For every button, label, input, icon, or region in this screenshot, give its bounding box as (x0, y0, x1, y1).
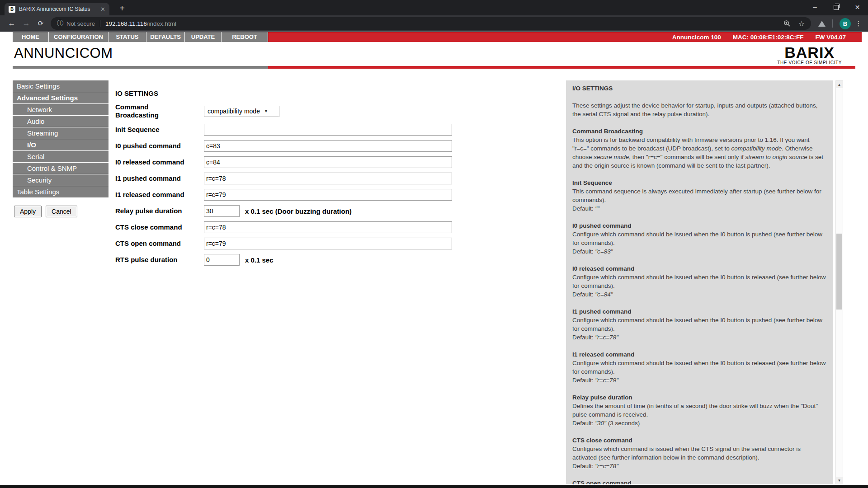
header-divider-gray (13, 66, 268, 69)
apply-button[interactable]: Apply (14, 206, 42, 217)
help-body: Configure which command should be issued… (572, 273, 826, 299)
form-row: I1 released command (115, 189, 472, 201)
sidebar-item-control-snmp[interactable]: Control & SNMP (13, 163, 108, 174)
sidebar-item-streaming[interactable]: Streaming (13, 127, 108, 139)
help-section: I0 pushed commandConfigure which command… (572, 221, 826, 256)
nav-item-configuration[interactable]: CONFIGURATION (49, 32, 108, 42)
relay-pulse-duration-unit-label: x 0.1 sec (Door buzzing duration) (245, 207, 352, 215)
init-sequence-input[interactable] (204, 124, 452, 136)
browser-tab[interactable]: B BARIX Annuncicom IC Status ✕ (5, 3, 109, 15)
barix-logo: BARIX THE VOICE OF SIMPLICITY (777, 45, 842, 65)
help-body: Configures which command is issued when … (572, 445, 826, 470)
rts-pulse-duration-input[interactable] (204, 254, 240, 266)
sidebar-item-security[interactable]: Security (13, 174, 108, 186)
help-body: This command sequence is always executed… (572, 187, 826, 213)
i0-released-command-label: I0 released command (115, 158, 204, 166)
form-row: I0 pushed command (115, 140, 472, 152)
address-bar[interactable]: ⓘ Not secure 192.168.11.116 /index.html … (51, 17, 811, 30)
tab-strip: B BARIX Annuncicom IC Status ✕ + ─ ✕ (0, 0, 868, 15)
form-row: Init Sequence (115, 124, 472, 136)
cts-close-command-input[interactable] (204, 221, 452, 233)
form-row: I0 released command (115, 156, 472, 168)
nav-item-home[interactable]: HOME (13, 32, 49, 42)
cancel-button[interactable]: Cancel (46, 206, 77, 217)
help-heading-relay-pulse-duration: Relay pulse duration (572, 393, 826, 402)
nav-item-reboot[interactable]: REBOOT (222, 32, 268, 42)
url-host: 192.168.11.116 (105, 20, 147, 27)
close-button[interactable]: ✕ (847, 0, 868, 14)
nav-item-defaults[interactable]: DEFAULTS (146, 32, 185, 42)
help-section: CTS open command (572, 479, 826, 484)
page-title: ANNUNCICOM (14, 45, 113, 61)
help-heading-i0-pushed-command: I0 pushed command (572, 221, 826, 230)
form-row: Relay pulse durationx 0.1 sec (Door buzz… (115, 205, 472, 217)
nav-left-spacer (0, 32, 13, 42)
help-body: These settings adjust the device behavio… (572, 101, 826, 118)
help-panel: I/O SETTINGSThese settings adjust the de… (566, 80, 833, 484)
help-scrollbar[interactable]: ▲ ▼ (835, 80, 843, 484)
zoom-icon[interactable] (783, 20, 791, 27)
i1-pushed-command-input[interactable] (204, 173, 452, 184)
sidebar-item-advanced-settings[interactable]: Advanced Settings (13, 92, 108, 104)
cts-open-command-input[interactable] (204, 238, 452, 249)
tab-title: BARIX Annuncicom IC Status (19, 6, 98, 12)
tab-close-icon[interactable]: ✕ (100, 6, 105, 13)
form-row: RTS pulse durationx 0.1 sec (115, 254, 472, 266)
back-button[interactable]: ← (5, 19, 19, 28)
nav-item-status[interactable]: STATUS (108, 32, 146, 42)
select-value: compatibility mode (208, 108, 260, 115)
profile-avatar[interactable]: B (840, 18, 851, 29)
sidebar-item-table-settings[interactable]: Table Settings (13, 186, 108, 198)
scrollbar-thumb[interactable] (836, 234, 842, 310)
help-section: I1 pushed commandConfigure which command… (572, 307, 826, 342)
device-name: Annuncicom 100 (672, 34, 721, 41)
form-row: CTS close command (115, 221, 472, 233)
help-body: Configure which command should be issued… (572, 316, 826, 342)
relay-pulse-duration-input[interactable] (204, 205, 240, 217)
help-section: These settings adjust the device behavio… (572, 101, 826, 118)
nav-item-update[interactable]: UPDATE (185, 32, 222, 42)
help-heading-i-o-settings: I/O SETTINGS (572, 84, 826, 93)
browser-window: B BARIX Annuncicom IC Status ✕ + ─ ✕ ← →… (0, 0, 868, 488)
help-heading-init-sequence: Init Sequence (572, 178, 826, 187)
help-heading-command-broadcasting: Command Broadcasting (572, 127, 826, 136)
init-sequence-label: Init Sequence (115, 126, 204, 134)
bookmark-star-icon[interactable]: ☆ (798, 19, 805, 28)
extension-icon[interactable] (818, 21, 826, 27)
site-info-icon[interactable]: ⓘ (57, 19, 63, 28)
command-broadcasting-select[interactable]: compatibility mode▼ (204, 106, 279, 117)
i0-pushed-command-input[interactable] (204, 140, 452, 152)
form-row: I1 pushed command (115, 173, 472, 184)
help-body: Defines the amount of time (in tenths of… (572, 402, 826, 427)
rts-pulse-duration-unit-label: x 0.1 sec (245, 256, 274, 264)
sidebar-item-i-o[interactable]: I/O (13, 139, 108, 151)
security-label: Not secure (66, 20, 95, 27)
url-path: /index.html (147, 20, 176, 27)
sidebar-item-network[interactable]: Network (13, 104, 108, 116)
scroll-up-icon[interactable]: ▲ (836, 81, 843, 88)
minimize-button[interactable]: ─ (804, 0, 826, 14)
new-tab-button[interactable]: + (116, 2, 128, 14)
sidebar-item-audio[interactable]: Audio (13, 116, 108, 127)
restore-icon (834, 5, 839, 10)
sidebar-item-basic-settings[interactable]: Basic Settings (13, 80, 108, 92)
forward-button[interactable]: → (19, 19, 33, 28)
reload-button[interactable]: ⟳ (33, 19, 48, 28)
i1-pushed-command-label: I1 pushed command (115, 174, 204, 183)
i1-released-command-input[interactable] (204, 189, 452, 201)
omnibox-divider (100, 20, 100, 27)
scroll-down-icon[interactable]: ▼ (836, 477, 843, 484)
top-nav: HOMECONFIGURATIONSTATUSDEFAULTSUPDATEREB… (0, 32, 868, 42)
window-bottom-edge (0, 485, 868, 488)
settings-sidebar: Basic SettingsAdvanced SettingsNetworkAu… (13, 80, 108, 198)
restore-button[interactable] (826, 0, 847, 14)
sidebar-item-serial[interactable]: Serial (13, 151, 108, 163)
form-actions: Apply Cancel (14, 206, 77, 217)
i0-released-command-input[interactable] (204, 156, 452, 168)
menu-kebab-icon[interactable]: ⋮ (854, 19, 863, 28)
nav-right-spacer (862, 32, 868, 42)
page-viewport: HOMECONFIGURATIONSTATUSDEFAULTSUPDATEREB… (0, 32, 868, 488)
help-body: Configure which command should be issued… (572, 230, 826, 256)
help-heading-i0-released-command: I0 released command (572, 264, 826, 273)
brand-wordmark: BARIX (777, 45, 842, 60)
